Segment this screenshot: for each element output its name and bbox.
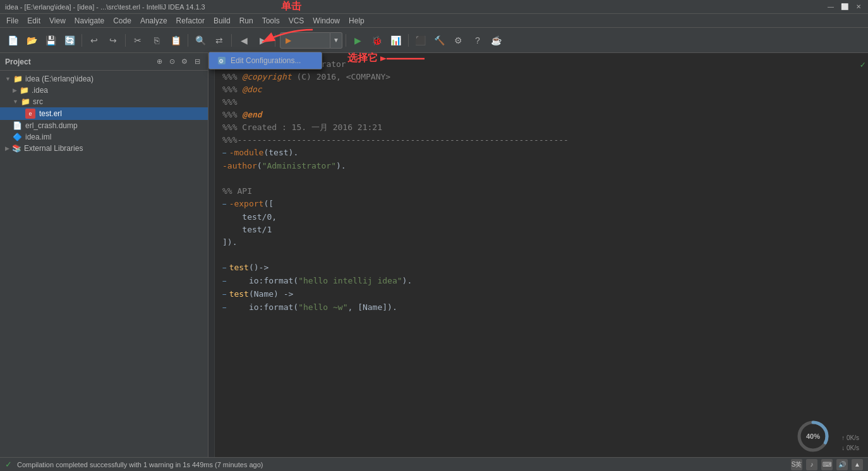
root-folder-icon: 📁 (13, 75, 23, 83)
stop-button[interactable]: ⬛ (412, 32, 430, 49)
sidebar-settings-button[interactable]: ⚙ (179, 56, 190, 68)
sidebar-toolbar: ⊕ ⊙ ⚙ ⊟ (154, 56, 203, 68)
fold-marker-17[interactable]: − (222, 262, 227, 275)
replace-button[interactable]: ⇄ (210, 32, 228, 49)
build-button[interactable]: 🔨 (431, 32, 449, 49)
expand-arrow-root: ▼ (5, 76, 11, 82)
maximize-button[interactable]: ⬜ (840, 3, 849, 11)
window-controls: — ⬜ ✕ (826, 3, 863, 11)
fold-marker-20[interactable]: − (222, 302, 227, 314)
tree-item-src[interactable]: ▼ 📁 src (0, 96, 208, 107)
tree-label-idea-root: idea (E:\erlang\idea) (25, 75, 93, 83)
fold-marker-8[interactable]: − (222, 147, 227, 160)
copy-button[interactable]: ⎘ (148, 32, 166, 49)
sidebar-add-button[interactable]: ⊕ (154, 56, 165, 68)
menu-window[interactable]: Window (309, 15, 344, 27)
run-config-area: ▶ ▼ (280, 32, 342, 49)
sdk-button[interactable]: ☕ (488, 32, 505, 49)
code-text-11: %% API (222, 185, 252, 198)
cut-button[interactable]: ✂ (129, 32, 147, 49)
paste-button[interactable]: 📋 (167, 32, 184, 49)
new-file-button[interactable]: 📄 (4, 32, 21, 49)
separator-2 (125, 34, 126, 47)
code-text-8: -module (229, 146, 264, 159)
menu-tools[interactable]: Tools (258, 15, 284, 27)
undo-button[interactable]: ↩ (85, 32, 103, 49)
code-line-18: − io:format("hello intellij idea"). (222, 275, 860, 288)
edit-configurations-item[interactable]: ⚙ Edit Configurations... (209, 52, 322, 69)
code-line-6: %%% Created : 15. 一月 2016 21:21 (222, 121, 860, 134)
menu-edit[interactable]: Edit (23, 15, 44, 27)
code-line-2: %%% @copyright (C) 2016, <COMPANY> (222, 71, 860, 83)
run-with-coverage-button[interactable]: 📊 (387, 32, 405, 49)
tree-item-idea-iml[interactable]: 🔷 idea.iml (0, 131, 208, 143)
volume-icon[interactable]: 🔊 (836, 459, 848, 470)
menu-vcs[interactable]: VCS (285, 15, 308, 27)
menu-analyze[interactable]: Analyze (136, 15, 171, 27)
minimize-button[interactable]: — (826, 3, 835, 11)
separator-6 (346, 34, 346, 47)
code-text-20a: io:format( (229, 301, 299, 314)
menu-refactor[interactable]: Refactor (172, 15, 208, 27)
menu-view[interactable]: View (45, 15, 69, 27)
menu-bar: File Edit View Navigate Code Analyze Ref… (0, 14, 868, 28)
svg-text:⚙: ⚙ (219, 58, 224, 64)
net-speed: ↑ 0K/s ↓ 0K/s (841, 433, 859, 453)
menu-code[interactable]: Code (109, 15, 135, 27)
menu-build[interactable]: Build (210, 15, 234, 27)
redo-button[interactable]: ↪ (104, 32, 122, 49)
run-button[interactable]: ▶ (349, 32, 367, 49)
run-config-dropdown-button[interactable]: ▼ (330, 32, 342, 49)
find-button[interactable]: 🔍 (191, 32, 209, 49)
menu-file[interactable]: File (3, 15, 22, 27)
run-config-selector[interactable]: ▶ (280, 32, 330, 49)
help-icon-button[interactable]: ? (469, 32, 486, 49)
status-message: Compilation completed successfully with … (17, 461, 263, 468)
fold-marker-19[interactable]: − (222, 289, 227, 301)
window-title: idea - [E:\erlang\idea] - [idea] - ...\s… (5, 3, 826, 11)
music-icon[interactable]: ♪ (806, 459, 817, 470)
separator-3 (188, 34, 188, 47)
code-line-13: test/0, (222, 211, 860, 224)
tree-item-idea-root[interactable]: ▼ 📁 idea (E:\erlang\idea) (0, 73, 208, 85)
checkmark-indicator: ✓ (860, 58, 865, 71)
sync-button[interactable]: 🔄 (61, 32, 78, 49)
settings-button[interactable]: ⚙ (450, 32, 467, 49)
editor-content[interactable]: %%% @author Administrator %%% @copyright… (215, 53, 868, 457)
open-button[interactable]: 📂 (23, 32, 40, 49)
forward-button[interactable]: ▶ (254, 32, 272, 49)
menu-navigate[interactable]: Navigate (71, 15, 108, 27)
s-icon[interactable]: S英 (791, 459, 802, 470)
status-success-icon: ✓ (5, 460, 12, 469)
save-button[interactable]: 💾 (42, 32, 59, 49)
code-line-17: − test() -> (222, 261, 860, 275)
tree-item-idea-folder[interactable]: ▶ 📁 .idea (0, 85, 208, 96)
debug-button[interactable]: 🐞 (368, 32, 386, 49)
sidebar-sync-button[interactable]: ⊙ (166, 56, 178, 68)
keyboard-icon[interactable]: ⌨ (821, 459, 833, 470)
separator-7 (408, 34, 409, 47)
close-button[interactable]: ✕ (854, 3, 863, 11)
sidebar: Project ⊕ ⊙ ⚙ ⊟ ▼ 📁 idea (E:\erlang\idea… (0, 53, 208, 457)
menu-help[interactable]: Help (345, 15, 368, 27)
tree-item-external-libs[interactable]: ▶ 📚 External Libraries (0, 143, 208, 154)
tree-item-test-erl[interactable]: e test.erl (0, 107, 208, 120)
sidebar-collapse-button[interactable]: ⊟ (191, 56, 203, 68)
edit-configurations-label: Edit Configurations... (231, 56, 301, 65)
code-line-14: test/1 (222, 224, 860, 236)
menu-run[interactable]: Run (236, 15, 257, 27)
erl-file-icon: e (25, 109, 35, 119)
fold-marker-18[interactable]: − (222, 275, 227, 288)
back-button[interactable]: ◀ (235, 32, 253, 49)
code-text-15: ]). (222, 236, 237, 249)
tree-label-test-erl: test.erl (39, 109, 62, 118)
iml-file-icon: 🔷 (13, 133, 23, 141)
tree-item-crash-dump[interactable]: 📄 erl_crash.dump (0, 120, 208, 131)
arrow-up-icon[interactable]: ▲ (852, 459, 863, 470)
fold-marker-12[interactable]: − (222, 198, 227, 211)
expand-arrow-src: ▼ (13, 98, 18, 105)
editor-area: %%% @author Administrator %%% @copyright… (208, 53, 868, 457)
progress-circle: 40% (796, 419, 830, 453)
code-text-19a: test (229, 288, 249, 301)
status-bar: ✓ Compilation completed successfully wit… (0, 457, 868, 471)
